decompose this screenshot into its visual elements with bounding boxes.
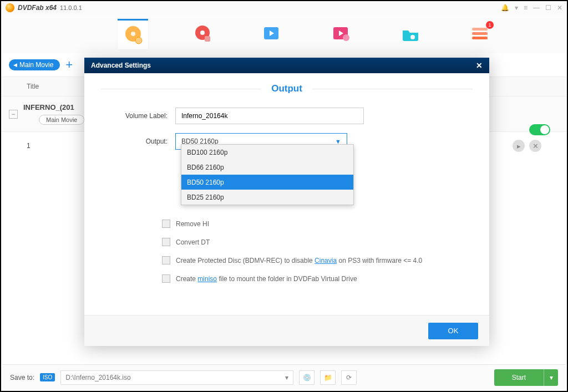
dialog-close-icon[interactable]: ✕ xyxy=(476,61,483,70)
dialog-body: Output Volume Label: Output: BD50 2160p … xyxy=(84,73,489,315)
iso-icon[interactable]: 💿 xyxy=(299,370,315,385)
save-to-label: Save to: xyxy=(10,374,34,381)
close-icon[interactable]: ✕ xyxy=(557,4,562,12)
protected-disc-label: Create Protected Disc (BDMV-REC) to disa… xyxy=(176,257,422,264)
folder-icon[interactable]: 📁 xyxy=(320,370,336,385)
convert-dts-label: Convert DT xyxy=(176,238,210,246)
convert-dts-checkbox[interactable] xyxy=(162,238,170,246)
volume-label-label: Volume Label: xyxy=(101,112,168,120)
output-option[interactable]: BD100 2160p xyxy=(181,145,353,160)
cinavia-link[interactable]: Cinavia xyxy=(315,257,337,264)
menu-icon[interactable]: ≡ xyxy=(524,4,528,12)
task-list-icon xyxy=(470,26,490,42)
output-dropdown: BD100 2160p BD66 2160p BD50 2160p BD25 2… xyxy=(181,144,354,205)
app-brand: DVDFab x64 xyxy=(18,4,57,12)
mode-chip[interactable]: Main Movie xyxy=(39,115,84,125)
miniso-row: Create miniso file to mount the folder i… xyxy=(162,274,473,283)
output-option[interactable]: BD25 2160p xyxy=(181,190,353,205)
remove-track-button[interactable]: ✕ xyxy=(529,140,541,152)
protected-disc-checkbox[interactable] xyxy=(162,256,170,264)
maximize-icon[interactable]: ☐ xyxy=(545,4,551,12)
add-source-button[interactable]: + xyxy=(65,58,73,72)
section-header: Output xyxy=(101,83,473,94)
folder-tool-icon xyxy=(400,24,420,44)
start-caret-icon[interactable]: ▾ xyxy=(544,369,558,386)
svg-rect-14 xyxy=(472,37,488,39)
nav-copy[interactable] xyxy=(118,19,148,49)
nav-converter[interactable] xyxy=(256,19,287,49)
nav-ripper[interactable] xyxy=(187,19,217,49)
remove-hd-checkbox[interactable] xyxy=(162,220,170,228)
nav-queue[interactable]: 1 xyxy=(464,19,495,49)
save-path-value: D:\Inferno_20164k.iso xyxy=(65,374,130,381)
svg-point-1 xyxy=(131,32,135,36)
svg-rect-5 xyxy=(205,36,210,42)
volume-label-input[interactable] xyxy=(175,108,364,124)
miniso-checkbox[interactable] xyxy=(162,274,170,283)
volume-label-row: Volume Label: xyxy=(101,108,473,124)
col-title: Title xyxy=(27,83,39,90)
app-logo-icon xyxy=(6,3,14,12)
app-version: 11.0.0.1 xyxy=(60,4,82,11)
dialog-titlebar: Advanced Settings ✕ xyxy=(84,58,489,73)
dropdown-icon[interactable]: ▾ xyxy=(515,4,518,12)
play-preview-button[interactable]: ▸ xyxy=(513,140,525,152)
nav-utilities[interactable] xyxy=(395,19,425,49)
queue-badge: 1 xyxy=(486,21,494,29)
svg-point-10 xyxy=(343,34,349,41)
ok-button[interactable]: OK xyxy=(428,323,478,339)
protected-disc-row: Create Protected Disc (BDMV-REC) to disa… xyxy=(162,256,473,264)
save-path-select[interactable]: D:\Inferno_20164k.iso xyxy=(60,370,293,385)
advanced-settings-dialog: Advanced Settings ✕ Output Volume Label:… xyxy=(84,58,489,346)
remove-hd-label: Remove HI xyxy=(176,220,209,228)
miniso-link[interactable]: miniso xyxy=(197,275,217,283)
track-index: 1 xyxy=(27,142,31,150)
svg-rect-13 xyxy=(472,32,488,35)
window-controls: 🔔 ▾ ≡ — ☐ ✕ xyxy=(501,4,562,12)
video-create-icon xyxy=(331,24,351,44)
disc-copy-icon xyxy=(122,24,144,46)
svg-point-4 xyxy=(200,30,205,35)
minimize-icon[interactable]: — xyxy=(533,4,540,12)
expand-button[interactable]: − xyxy=(9,110,18,119)
section-label: Output xyxy=(271,83,302,94)
start-label: Start xyxy=(494,374,544,381)
notify-icon[interactable]: 🔔 xyxy=(501,4,509,12)
refresh-icon[interactable]: ⟳ xyxy=(341,370,357,385)
mode-pill[interactable]: Main Movie xyxy=(9,59,60,70)
svg-point-2 xyxy=(135,37,142,44)
convert-dts-row: Convert DT xyxy=(162,238,473,246)
dialog-footer: OK xyxy=(84,315,489,346)
output-label: Output: xyxy=(101,138,168,145)
miniso-label: Create miniso file to mount the folder i… xyxy=(176,275,357,283)
video-convert-icon xyxy=(262,24,282,44)
output-option[interactable]: BD50 2160p xyxy=(181,175,353,190)
svg-point-11 xyxy=(410,35,415,39)
dialog-title: Advanced Settings xyxy=(91,62,151,69)
titlebar: DVDFab x64 11.0.0.1 🔔 ▾ ≡ — ☐ ✕ xyxy=(1,1,567,14)
iso-tag: ISO xyxy=(40,373,55,381)
output-option[interactable]: BD66 2160p xyxy=(181,160,353,175)
svg-rect-12 xyxy=(472,28,488,30)
start-button[interactable]: Start ▾ xyxy=(494,369,558,386)
enable-toggle[interactable] xyxy=(529,124,550,135)
top-nav: 1 xyxy=(1,14,567,53)
remove-hd-audio-row: Remove HI xyxy=(162,220,473,228)
nav-creator[interactable] xyxy=(326,19,356,49)
source-title: INFERNO_(201 xyxy=(23,103,84,111)
disc-rip-icon xyxy=(192,24,212,44)
bottom-bar: Save to: ISO D:\Inferno_20164k.iso 💿 📁 ⟳… xyxy=(2,364,566,390)
